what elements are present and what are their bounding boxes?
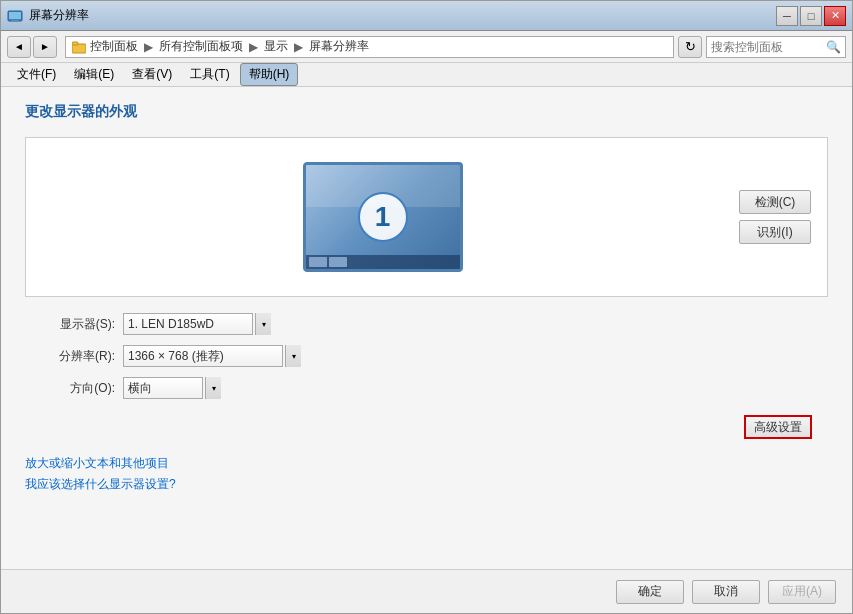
detect-button[interactable]: 检测(C) xyxy=(739,190,811,214)
menu-help[interactable]: 帮助(H) xyxy=(240,63,299,86)
orientation-row: 方向(O): 横向 ▾ xyxy=(25,377,828,399)
monitor-buttons: 检测(C) 识别(I) xyxy=(739,190,811,244)
back-button[interactable]: ◄ xyxy=(7,36,31,58)
menu-file[interactable]: 文件(F) xyxy=(9,64,64,85)
monitor-number-circle: 1 xyxy=(358,192,408,242)
orientation-value: 横向 xyxy=(128,380,198,397)
folder-icon xyxy=(72,40,86,54)
menu-tools[interactable]: 工具(T) xyxy=(182,64,237,85)
monitor-taskbar xyxy=(306,255,460,269)
title-bar: 屏幕分辨率 ─ □ ✕ xyxy=(1,1,852,31)
path-part-4: 屏幕分辨率 xyxy=(309,38,369,55)
search-input[interactable] xyxy=(711,40,822,54)
menu-bar: 文件(F) 编辑(E) 查看(V) 工具(T) 帮助(H) xyxy=(1,63,852,87)
help-link-2[interactable]: 我应该选择什么显示器设置? xyxy=(25,476,828,493)
page-title: 更改显示器的外观 xyxy=(25,103,828,121)
resolution-label: 分辨率(R): xyxy=(25,348,115,365)
menu-view[interactable]: 查看(V) xyxy=(124,64,180,85)
menu-edit[interactable]: 编辑(E) xyxy=(66,64,122,85)
title-bar-buttons: ─ □ ✕ xyxy=(776,6,846,26)
identify-button[interactable]: 识别(I) xyxy=(739,220,811,244)
title-bar-text: 屏幕分辨率 xyxy=(29,7,776,24)
orientation-dropdown-arrow[interactable]: ▾ xyxy=(205,377,221,399)
help-link-1[interactable]: 放大或缩小文本和其他项目 xyxy=(25,455,828,472)
resolution-row: 分辨率(R): 1366 × 768 (推荐) ▾ xyxy=(25,345,828,367)
path-part-1: 控制面板 xyxy=(90,38,138,55)
refresh-icon: ↻ xyxy=(685,39,696,54)
taskbar-item xyxy=(309,257,327,267)
close-button[interactable]: ✕ xyxy=(824,6,846,26)
nav-buttons: ◄ ► xyxy=(7,36,57,58)
settings-section: 显示器(S): 1. LEN D185wD ▾ 分辨率(R): 1366 × 7… xyxy=(25,309,828,403)
path-part-2: 所有控制面板项 xyxy=(159,38,243,55)
minimize-button[interactable]: ─ xyxy=(776,6,798,26)
window: 屏幕分辨率 ─ □ ✕ ◄ ► 控制面板 ▶ 所有控制面板项 ▶ 显示 ▶ 屏幕… xyxy=(0,0,853,614)
search-box: 🔍 xyxy=(706,36,846,58)
monitor-preview-area: 1 xyxy=(42,162,723,272)
main-content: 更改显示器的外观 1 检测(C) xyxy=(1,87,852,569)
monitor-panel: 1 检测(C) 识别(I) xyxy=(25,137,828,297)
resolution-control: 1366 × 768 (推荐) ▾ xyxy=(123,345,301,367)
display-dropdown-arrow[interactable]: ▾ xyxy=(255,313,271,335)
resolution-dropdown[interactable]: 1366 × 768 (推荐) xyxy=(123,345,283,367)
advanced-section: 高级设置 xyxy=(25,415,828,439)
display-row: 显示器(S): 1. LEN D185wD ▾ xyxy=(25,313,828,335)
display-label: 显示器(S): xyxy=(25,316,115,333)
resolution-dropdown-arrow[interactable]: ▾ xyxy=(285,345,301,367)
svg-rect-4 xyxy=(72,42,78,45)
address-path[interactable]: 控制面板 ▶ 所有控制面板项 ▶ 显示 ▶ 屏幕分辨率 xyxy=(65,36,674,58)
window-icon xyxy=(7,8,23,24)
address-bar: ◄ ► 控制面板 ▶ 所有控制面板项 ▶ 显示 ▶ 屏幕分辨率 ↻ 🔍 xyxy=(1,31,852,63)
help-links: 放大或缩小文本和其他项目 我应该选择什么显示器设置? xyxy=(25,451,828,497)
orientation-dropdown[interactable]: 横向 xyxy=(123,377,203,399)
orientation-control: 横向 ▾ xyxy=(123,377,221,399)
maximize-button[interactable]: □ xyxy=(800,6,822,26)
orientation-label: 方向(O): xyxy=(25,380,115,397)
monitor-visual: 1 xyxy=(303,162,463,272)
search-icon: 🔍 xyxy=(826,40,841,54)
refresh-button[interactable]: ↻ xyxy=(678,36,702,58)
ok-button[interactable]: 确定 xyxy=(616,580,684,604)
bottom-bar: 确定 取消 应用(A) xyxy=(1,569,852,613)
apply-button[interactable]: 应用(A) xyxy=(768,580,836,604)
path-part-3: 显示 xyxy=(264,38,288,55)
taskbar-item xyxy=(329,257,347,267)
display-value: 1. LEN D185wD xyxy=(128,317,248,331)
monitor-screen: 1 xyxy=(303,162,463,272)
advanced-settings-button[interactable]: 高级设置 xyxy=(744,415,812,439)
cancel-button[interactable]: 取消 xyxy=(692,580,760,604)
display-dropdown[interactable]: 1. LEN D185wD xyxy=(123,313,253,335)
display-control: 1. LEN D185wD ▾ xyxy=(123,313,271,335)
resolution-value: 1366 × 768 (推荐) xyxy=(128,348,278,365)
svg-rect-2 xyxy=(11,20,19,22)
svg-rect-1 xyxy=(9,12,21,19)
forward-button[interactable]: ► xyxy=(33,36,57,58)
